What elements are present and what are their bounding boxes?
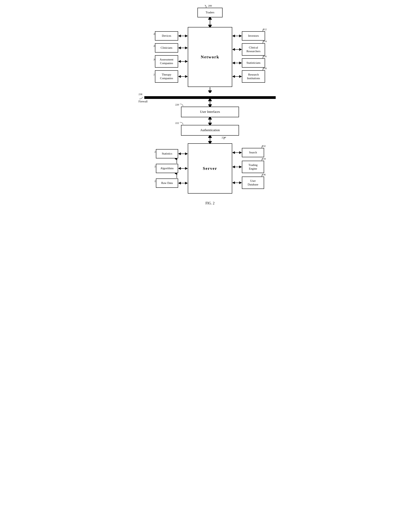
statisticians-arrow	[232, 61, 242, 65]
clinicians-box: Clinicians	[155, 43, 178, 52]
figure-caption: FIG. 2	[205, 201, 215, 205]
traders-ref-arrow	[203, 4, 209, 8]
search-box: Search	[242, 148, 264, 157]
statisticians-box: Statisticians	[242, 58, 265, 68]
ref-234-brace	[261, 158, 265, 162]
ref-216-brace	[262, 55, 266, 59]
search-arrow	[232, 151, 242, 154]
rawdata-to-algo-arrow	[175, 173, 179, 179]
investors-arrow	[232, 34, 242, 38]
ref-212-brace	[262, 28, 266, 32]
traders-box: Traders	[197, 8, 223, 17]
user-database-arrow	[232, 181, 242, 185]
firewall-bar	[144, 96, 276, 99]
ref-224-brace	[223, 136, 229, 140]
ref-222: 222	[175, 121, 179, 125]
user-database-box: User Database	[242, 177, 264, 189]
research-institutions-arrow	[232, 75, 242, 78]
rawdata-arrow	[178, 181, 188, 185]
ref-232-brace	[261, 145, 265, 149]
devices-arrow	[178, 34, 188, 38]
ref-238: 238	[139, 93, 148, 96]
firewall-to-ui-arrow	[207, 99, 213, 107]
research-institutions-box: Research Institutions	[242, 70, 265, 83]
clinicians-arrow	[178, 46, 188, 50]
network-box: Network	[188, 27, 232, 87]
ref-214-brace	[262, 40, 266, 44]
statistics-arrow	[178, 152, 188, 156]
clinical-researchers-arrow	[232, 48, 242, 51]
auth-to-server-arrow	[207, 136, 213, 143]
ref-222-brace	[179, 121, 185, 125]
authentication-box: Authentication	[181, 125, 239, 136]
assessment-companies-box: Assessment Companies	[155, 55, 178, 68]
devices-box: Devices	[155, 31, 178, 40]
ui-to-auth-arrow	[207, 117, 213, 125]
ref-218-brace	[262, 67, 266, 71]
clinical-researchers-box: Clinical Researchers	[242, 43, 265, 56]
ref-220: 220	[175, 103, 179, 106]
algo-to-stats-arrow	[175, 158, 179, 164]
network-to-firewall-arrow	[207, 87, 213, 93]
trading-engine-box: Trading Engine	[242, 161, 264, 173]
user-interfaces-box: User Interfaces	[181, 107, 239, 117]
traders-to-network-arrow	[207, 17, 213, 27]
raw-data-box: Raw Data	[156, 179, 178, 188]
algorithms-box: Algorithms	[156, 164, 178, 173]
therapy-companies-box: Therapy Companies	[155, 70, 178, 83]
statistics-box: Statistics	[156, 149, 178, 158]
ref-236-brace	[261, 173, 265, 177]
ref-238-brace	[139, 96, 144, 100]
server-box: Server	[188, 143, 232, 193]
algorithms-arrow	[178, 167, 188, 170]
trading-engine-arrow	[232, 165, 242, 169]
therapy-arrow	[178, 75, 188, 78]
ref-220-brace	[179, 103, 185, 107]
assessment-arrow	[178, 60, 188, 63]
diagram: 200 Traders	[142, 8, 278, 205]
investors-box: Investors	[242, 31, 265, 40]
